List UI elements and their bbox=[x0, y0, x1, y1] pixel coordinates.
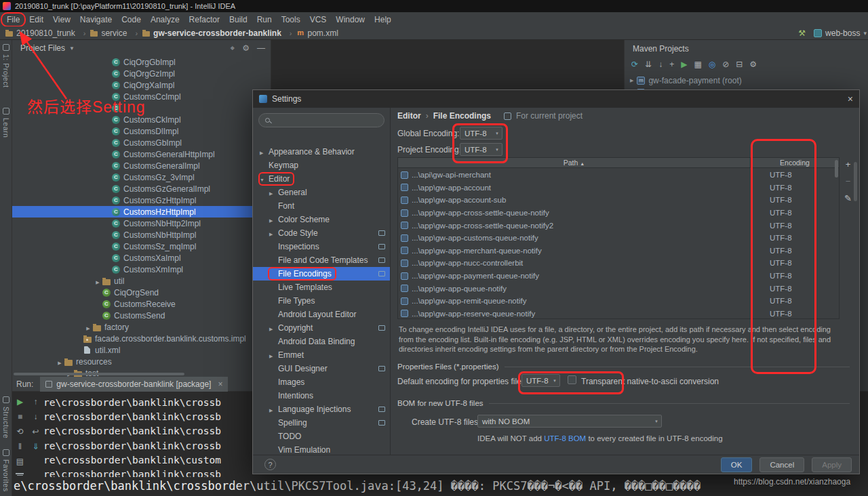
menu-item[interactable]: Navigate bbox=[75, 14, 117, 26]
expand-arrow-icon[interactable]: ▶ bbox=[630, 78, 633, 83]
expand-arrow-icon[interactable] bbox=[269, 323, 278, 333]
apply-button[interactable]: Apply bbox=[812, 457, 852, 472]
tree-item[interactable]: CustomsGz_3vImpl bbox=[12, 171, 271, 183]
tree-item[interactable]: resources bbox=[12, 356, 271, 367]
table-tool-icon[interactable]: − bbox=[846, 176, 851, 186]
tool-window-button[interactable]: Favorites bbox=[2, 449, 10, 492]
tree-item[interactable]: CustomsGzGeneralImpl bbox=[12, 183, 271, 194]
settings-tree-item[interactable]: Spelling bbox=[253, 416, 390, 430]
maven-toolbar-icon[interactable]: ⟳ bbox=[631, 60, 638, 69]
create-utf8-dropdown[interactable]: with NO BOM bbox=[477, 415, 662, 428]
encoding-cell[interactable]: UTF-8 bbox=[750, 270, 839, 283]
encoding-cell[interactable]: UTF-8 bbox=[750, 257, 839, 270]
global-encoding-dropdown[interactable]: UTF-8 bbox=[460, 127, 502, 140]
help-button[interactable]: ? bbox=[264, 459, 276, 470]
encoding-column-header[interactable]: Encoding bbox=[750, 158, 839, 167]
maven-toolbar-icon[interactable]: ◎ bbox=[709, 60, 715, 69]
breadcrumb-item[interactable]: 20190810_trunk bbox=[5, 28, 90, 38]
menu-item[interactable]: Help bbox=[370, 14, 396, 26]
menu-item[interactable]: Build bbox=[224, 14, 252, 26]
maven-toolbar-icon[interactable]: ▶ bbox=[681, 60, 687, 69]
tree-item[interactable]: CustomsGeneralHttpImpl bbox=[12, 148, 271, 160]
expand-arrow-icon[interactable] bbox=[84, 323, 92, 332]
settings-tree-item[interactable]: Android Data Binding bbox=[253, 335, 390, 348]
settings-search[interactable] bbox=[258, 113, 384, 127]
settings-tree-item[interactable]: Copyright bbox=[253, 321, 390, 335]
encoding-cell[interactable]: UTF-8 bbox=[750, 207, 839, 220]
run-control-icon[interactable] bbox=[17, 475, 23, 476]
menu-item[interactable]: View bbox=[48, 14, 75, 26]
table-row[interactable]: ...\app\gw-app-cross-settle-queue-notify… bbox=[398, 207, 839, 220]
expand-arrow-icon[interactable] bbox=[269, 188, 278, 197]
cancel-button[interactable]: Cancel bbox=[760, 457, 804, 472]
encoding-cell[interactable]: UTF-8 bbox=[750, 282, 839, 295]
tool-window-button[interactable]: Learn bbox=[2, 108, 10, 138]
table-row[interactable]: ...\app\gw-app-customs-queue-notify UTF-… bbox=[398, 232, 839, 245]
menu-item[interactable]: Run bbox=[252, 14, 277, 26]
settings-tree-item[interactable]: File Types bbox=[253, 294, 390, 308]
settings-tree-item[interactable]: Code Style bbox=[253, 226, 390, 240]
settings-tree-item[interactable]: Intentions bbox=[253, 389, 390, 402]
project-encoding-dropdown[interactable]: UTF-8 bbox=[460, 143, 502, 156]
maven-toolbar-icon[interactable]: ⇊ bbox=[645, 60, 652, 69]
settings-tree-item[interactable]: Language Injections bbox=[253, 402, 390, 416]
settings-tree-item[interactable]: Color Scheme bbox=[253, 213, 390, 226]
tree-item[interactable]: facade.crossborder.banklink.customs.impl bbox=[12, 333, 271, 344]
tree-item[interactable]: CustomsGeneralImpl bbox=[12, 160, 271, 171]
breadcrumb-item[interactable]: pom.xml bbox=[297, 28, 351, 38]
settings-tree-item[interactable]: GUI Designer bbox=[253, 362, 390, 375]
tree-item[interactable]: CustomsNbHttpImpl bbox=[12, 229, 271, 241]
table-row[interactable]: ...\api\gw-api-merchant UTF-8 bbox=[398, 169, 839, 182]
menu-item[interactable]: VCS bbox=[305, 14, 332, 26]
menu-item[interactable]: File bbox=[2, 14, 24, 26]
settings-tree-item[interactable]: Android Layout Editor bbox=[253, 308, 390, 321]
build-icon[interactable]: ⚒ bbox=[798, 28, 806, 38]
close-icon[interactable]: × bbox=[848, 94, 853, 104]
settings-tree-item[interactable]: Editor bbox=[253, 172, 390, 186]
expand-arrow-icon[interactable] bbox=[269, 350, 278, 360]
maven-toolbar-icon[interactable]: ▦ bbox=[694, 60, 701, 69]
run-control-icon[interactable]: ⟲ bbox=[16, 428, 23, 436]
expand-arrow-icon[interactable] bbox=[94, 276, 102, 286]
breadcrumb-editor[interactable]: Editor bbox=[397, 111, 421, 121]
expand-arrow-icon[interactable] bbox=[56, 357, 64, 367]
run-control-icon[interactable]: ▶ bbox=[17, 398, 23, 407]
table-row[interactable]: ...\app\gw-app-nucc-controllerbit UTF-8 bbox=[398, 257, 839, 270]
table-row[interactable]: ...\app\gw-app-reserve-queue-notify UTF-… bbox=[398, 308, 839, 318]
expand-arrow-icon[interactable] bbox=[269, 405, 278, 414]
table-row[interactable]: ...\app\gw-app-remit-queue-notify UTF-8 bbox=[398, 295, 839, 308]
settings-tree-item[interactable]: Images bbox=[253, 375, 390, 389]
tree-item[interactable]: factory bbox=[12, 321, 271, 333]
expand-arrow-icon[interactable] bbox=[269, 228, 278, 238]
table-row[interactable]: ...\app\gw-app-cross-settle-queue-notify… bbox=[398, 219, 839, 232]
tree-item[interactable]: CustomsGbImpl bbox=[12, 137, 271, 148]
settings-tree-item[interactable]: Appearance & Behavior bbox=[253, 145, 390, 159]
tree-item[interactable]: CustomsSend bbox=[12, 310, 271, 321]
encoding-cell[interactable]: UTF-8 bbox=[750, 308, 839, 318]
settings-tree-item[interactable]: Vim Emulation bbox=[253, 443, 390, 455]
tool-window-button[interactable]: 1: Project bbox=[2, 44, 10, 87]
maven-toolbar-icon[interactable]: ↓ bbox=[658, 60, 663, 69]
settings-tree-item[interactable]: Keymap bbox=[253, 159, 390, 172]
tree-item[interactable]: CustomsNbHttp2Impl bbox=[12, 218, 271, 229]
panel-action-icon[interactable]: ⚙ bbox=[242, 43, 250, 53]
horizontal-scrollbar[interactable] bbox=[14, 373, 184, 375]
tree-item[interactable]: CustomsHzHttpImpl bbox=[12, 206, 271, 218]
menu-item[interactable]: Refactor bbox=[184, 14, 224, 26]
console-control-icon[interactable]: ⇓ bbox=[32, 442, 39, 451]
tree-item[interactable]: CustomsGzHttpImpl bbox=[12, 194, 271, 206]
tree-item[interactable]: CustomsDlImpl bbox=[12, 125, 271, 137]
tree-item[interactable]: CustomsReceive bbox=[12, 298, 271, 310]
encoding-cell[interactable]: UTF-8 bbox=[750, 182, 839, 194]
content-scrollbar[interactable] bbox=[854, 162, 857, 201]
table-scrollbar[interactable] bbox=[835, 160, 838, 178]
expand-arrow-icon[interactable] bbox=[269, 215, 278, 224]
tree-item[interactable]: CustomsSz_mqImpl bbox=[12, 241, 271, 252]
encoding-cell[interactable]: UTF-8 bbox=[750, 245, 839, 257]
settings-tree-item[interactable]: Live Templates bbox=[253, 281, 390, 294]
panel-action-icon[interactable]: — bbox=[257, 43, 265, 53]
table-row[interactable]: ...\app\gw-app-queue-notify UTF-8 bbox=[398, 282, 839, 295]
encoding-cell[interactable]: UTF-8 bbox=[750, 194, 839, 207]
console-control-icon[interactable]: ↓ bbox=[34, 413, 38, 421]
table-row[interactable]: ...\app\gw-app-account-sub UTF-8 bbox=[398, 194, 839, 207]
